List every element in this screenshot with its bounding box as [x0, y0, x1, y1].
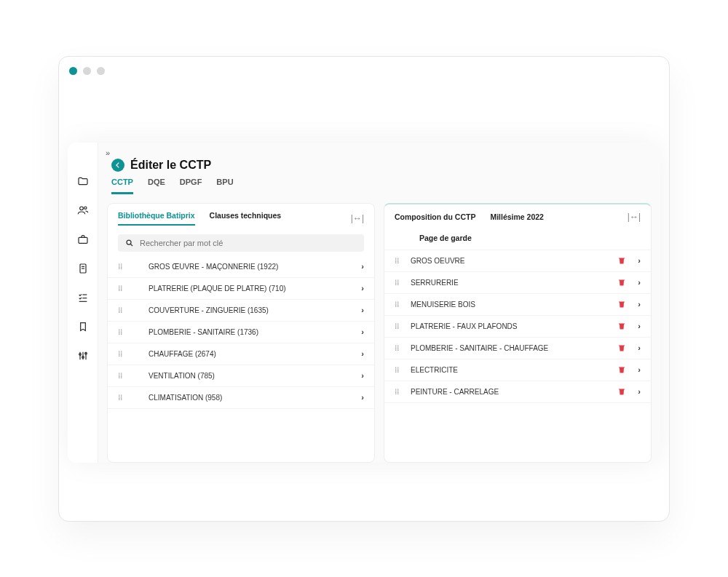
delete-icon[interactable]: [617, 387, 626, 396]
chevron-right-icon[interactable]: ›: [638, 256, 641, 265]
drag-handle-icon[interactable]: ⁞⁞: [118, 284, 125, 293]
svg-rect-2: [79, 237, 87, 243]
chevron-right-icon[interactable]: ›: [638, 343, 641, 352]
drag-handle-icon[interactable]: ⁞⁞: [118, 327, 125, 337]
library-row[interactable]: ⁞⁞ VENTILATION (785) ›: [108, 365, 374, 387]
library-row-label: PLOMBERIE - SANITAIRE (1736): [132, 328, 354, 336]
composition-row-label: MENUISERIE BOIS: [409, 301, 610, 309]
composition-row-label: PEINTURE - CARRELAGE: [409, 388, 610, 396]
delete-icon[interactable]: [617, 300, 626, 309]
checklist-icon[interactable]: [76, 291, 90, 304]
chevron-right-icon[interactable]: ›: [361, 349, 364, 358]
delete-icon[interactable]: [617, 278, 626, 287]
drag-handle-icon[interactable]: ⁞⁞: [118, 349, 125, 359]
drag-handle-icon[interactable]: ⁞⁞: [395, 343, 402, 353]
library-row[interactable]: ⁞⁞ GROS ŒUVRE - MAÇONNERIE (1922) ›: [108, 256, 374, 278]
drag-handle-icon[interactable]: ⁞⁞: [118, 393, 125, 402]
tab-dqe[interactable]: DQE: [148, 178, 165, 194]
drag-handle-icon[interactable]: ⁞⁞: [395, 300, 402, 309]
svg-point-1: [84, 207, 86, 209]
drag-handle-icon[interactable]: ⁞⁞: [118, 371, 125, 381]
drag-handle-icon[interactable]: ⁞⁞: [395, 256, 402, 266]
drag-handle-icon[interactable]: ⁞⁞: [118, 262, 125, 271]
sliders-icon[interactable]: [76, 349, 90, 362]
library-row[interactable]: ⁞⁞ CLIMATISATION (958) ›: [108, 387, 374, 409]
composition-row[interactable]: ⁞⁞ ELECTRICITE ›: [384, 359, 651, 381]
chevron-right-icon[interactable]: ›: [638, 278, 641, 287]
composition-row-label: PLATRERIE - FAUX PLAFONDS: [409, 322, 610, 330]
window-control-maximize[interactable]: [97, 67, 105, 75]
composition-row-label: GROS OEUVRE: [409, 257, 610, 265]
briefcase-icon[interactable]: [76, 233, 90, 246]
drag-handle-icon[interactable]: ⁞⁞: [395, 278, 402, 287]
library-row[interactable]: ⁞⁞ PLOMBERIE - SANITAIRE (1736) ›: [108, 322, 374, 343]
composition-row[interactable]: ⁞⁞ SERRURERIE ›: [384, 272, 651, 294]
search-input[interactable]: [140, 239, 357, 247]
composition-row-label: SERRURERIE: [409, 279, 610, 287]
cover-page-row[interactable]: Page de garde: [384, 226, 651, 250]
library-row[interactable]: ⁞⁞ PLATRERIE (PLAQUE DE PLATRE) (710) ›: [108, 278, 374, 300]
chevron-right-icon[interactable]: ›: [361, 327, 364, 336]
chevron-right-icon[interactable]: ›: [361, 262, 364, 271]
back-button[interactable]: [111, 159, 124, 172]
search-box[interactable]: [118, 234, 364, 252]
expand-sidebar-icon[interactable]: »: [106, 148, 652, 157]
users-icon[interactable]: [76, 204, 90, 217]
window-control-minimize[interactable]: [83, 67, 91, 75]
composition-row[interactable]: ⁞⁞ GROS OEUVRE ›: [384, 250, 651, 272]
library-row-label: GROS ŒUVRE - MAÇONNERIE (1922): [132, 263, 354, 271]
chevron-right-icon[interactable]: ›: [638, 387, 641, 396]
main-tabs: CCTP DQE DPGF BPU: [107, 178, 652, 194]
chevron-right-icon[interactable]: ›: [361, 284, 364, 293]
sidebar-nav: [68, 143, 98, 463]
svg-point-0: [79, 207, 83, 210]
composition-panel-header: Composition du CCTP Millésime 2022 |↔|: [384, 204, 651, 226]
drag-handle-icon[interactable]: ⁞⁞: [118, 306, 125, 315]
library-row[interactable]: ⁞⁞ CHAUFFAGE (2674) ›: [108, 343, 374, 365]
library-row-label: COUVERTURE - ZINGUERIE (1635): [132, 306, 354, 314]
window-control-close[interactable]: [69, 67, 77, 75]
library-row[interactable]: ⁞⁞ COUVERTURE - ZINGUERIE (1635) ›: [108, 300, 374, 322]
chevron-right-icon[interactable]: ›: [638, 365, 641, 374]
library-tab-clauses[interactable]: Clauses techniques: [210, 211, 282, 226]
panels-container: Bibliothèque Batiprix Clauses techniques…: [107, 203, 652, 463]
chevron-right-icon[interactable]: ›: [638, 300, 641, 309]
app-frame: » Éditer le CCTP CCTP DQE DPGF BPU Bi: [68, 143, 660, 463]
library-panel: Bibliothèque Batiprix Clauses techniques…: [107, 203, 375, 463]
drag-handle-icon[interactable]: ⁞⁞: [395, 387, 402, 397]
collapse-icon[interactable]: |↔|: [628, 212, 641, 222]
search-icon: [125, 239, 134, 247]
svg-point-15: [127, 240, 131, 244]
library-row-label: PLATRERIE (PLAQUE DE PLATRE) (710): [132, 284, 354, 293]
chevron-right-icon[interactable]: ›: [361, 371, 364, 380]
collapse-icon[interactable]: |↔|: [351, 213, 364, 223]
composition-list: ⁞⁞ GROS OEUVRE › ⁞⁞ SERRURERIE › ⁞: [384, 250, 651, 403]
composition-row-label: ELECTRICITE: [409, 366, 610, 374]
composition-row[interactable]: ⁞⁞ PEINTURE - CARRELAGE ›: [384, 381, 651, 403]
delete-icon[interactable]: [617, 322, 626, 330]
chevron-right-icon[interactable]: ›: [638, 322, 641, 330]
library-tab-batiprix[interactable]: Bibliothèque Batiprix: [118, 211, 195, 226]
folder-icon[interactable]: [76, 175, 90, 188]
delete-icon[interactable]: [617, 343, 626, 352]
library-row-label: VENTILATION (785): [132, 372, 354, 380]
drag-handle-icon[interactable]: ⁞⁞: [395, 365, 402, 375]
chevron-right-icon[interactable]: ›: [361, 306, 364, 314]
tab-bpu[interactable]: BPU: [216, 178, 233, 194]
composition-row[interactable]: ⁞⁞ PLOMBERIE - SANITAIRE - CHAUFFAGE ›: [384, 338, 651, 359]
chevron-right-icon[interactable]: ›: [361, 393, 364, 402]
bookmark-icon[interactable]: [76, 320, 90, 333]
svg-line-16: [130, 244, 132, 246]
tab-cctp[interactable]: CCTP: [111, 178, 133, 194]
page-header: Éditer le CCTP: [107, 159, 652, 178]
delete-icon[interactable]: [617, 365, 626, 374]
library-panel-header: Bibliothèque Batiprix Clauses techniques…: [108, 204, 374, 230]
composition-row[interactable]: ⁞⁞ PLATRERIE - FAUX PLAFONDS ›: [384, 316, 651, 338]
drag-handle-icon[interactable]: ⁞⁞: [395, 322, 402, 331]
delete-icon[interactable]: [617, 256, 626, 265]
composition-heading: Composition du CCTP: [395, 212, 475, 221]
composition-row[interactable]: ⁞⁞ MENUISERIE BOIS ›: [384, 294, 651, 316]
document-icon[interactable]: [76, 262, 90, 275]
tab-dpgf[interactable]: DPGF: [180, 178, 202, 194]
library-row-label: CLIMATISATION (958): [132, 394, 354, 402]
